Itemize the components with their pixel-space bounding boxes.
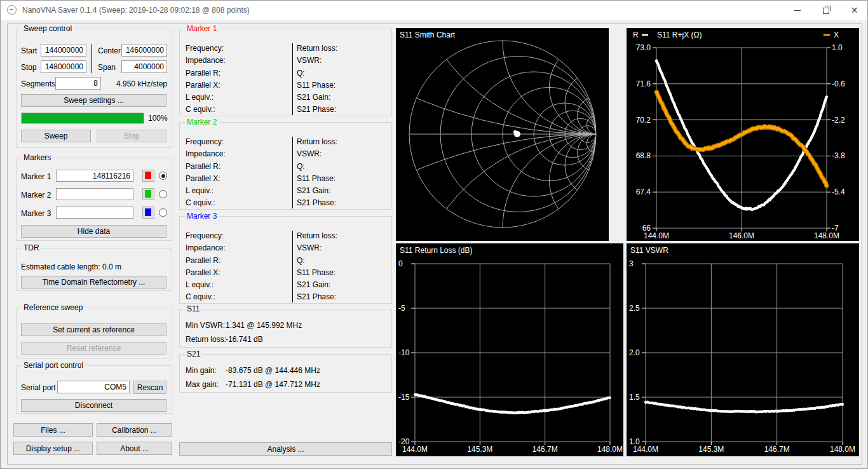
- marker-3-l-equiv-label: L equiv.:: [186, 279, 226, 291]
- markers-title: Markers: [22, 153, 53, 162]
- sweep-button[interactable]: Sweep: [21, 130, 91, 142]
- tdr-group: TDR Estimated cable length: 0.0 m Time D…: [16, 248, 172, 291]
- app-icon: [7, 5, 17, 15]
- smith-chart[interactable]: S11 Smith Chart: [396, 28, 609, 241]
- marker-3-left-fields: Frequency:Impedance:Parallel R:Parallel …: [186, 230, 226, 304]
- marker-data-column: Marker 1Frequency:Impedance:Parallel R:P…: [179, 1, 392, 469]
- application-window: NanoVNA Saver 0.1.4 (Sweep: 2019-10-28 0…: [1, 1, 868, 469]
- svg-text:70.2: 70.2: [636, 116, 651, 125]
- marker-2-select-radio[interactable]: [159, 190, 167, 198]
- marker-3-select-radio[interactable]: [159, 208, 167, 217]
- set-reference-button[interactable]: Set current as reference: [21, 323, 166, 336]
- cable-length-value: 0.0 m: [102, 262, 121, 271]
- s21-min-gain-row: Min gain:-83.675 dB @ 144.446 MHz: [186, 366, 320, 375]
- start-field[interactable]: [41, 44, 86, 57]
- marker-2-l-equiv-label: L equiv.:: [186, 185, 226, 197]
- svg-text:1.0: 1.0: [832, 43, 843, 52]
- span-label: Span: [98, 63, 116, 72]
- calibration-button[interactable]: Calibration ...: [97, 423, 172, 437]
- svg-text:1.5: 1.5: [629, 393, 640, 402]
- s21-max-gain-value: -71.131 dB @ 147.712 MHz: [226, 380, 320, 389]
- s21-max-gain-row: Max gain:-71.131 dB @ 147.712 MHz: [186, 380, 320, 389]
- marker-3-color-button[interactable]: [142, 207, 154, 219]
- svg-text:-3.8: -3.8: [832, 151, 845, 160]
- span-field[interactable]: [121, 60, 167, 73]
- display-setup-button[interactable]: Display setup ...: [13, 442, 93, 455]
- serial-port-field[interactable]: [57, 381, 130, 393]
- rjx-chart[interactable]: 73.071.670.268.867.4661.0-0.6-2.2-3.8-5.…: [627, 28, 859, 241]
- svg-text:-5.4: -5.4: [832, 187, 845, 196]
- sweep-control-title: Sweep control: [22, 24, 74, 33]
- marker-1-select-radio[interactable]: [159, 172, 167, 180]
- svg-text:-10: -10: [398, 348, 410, 357]
- marker-1-c-equiv-label: C equiv.:: [186, 104, 226, 116]
- stop-field[interactable]: [41, 60, 86, 73]
- marker-2-data-group: Marker 2Frequency:Impedance:Parallel R:P…: [179, 122, 392, 210]
- minimize-icon: [794, 10, 801, 11]
- marker-2-frequency-field[interactable]: [56, 188, 133, 200]
- marker-1-impedance-label: Impedance:: [186, 55, 226, 67]
- marker-2-color-button[interactable]: [142, 188, 154, 200]
- marker-1-data-title: Marker 1: [185, 24, 219, 33]
- about-button[interactable]: About ...: [97, 442, 172, 455]
- marker-3-data-group: Marker 3Frequency:Impedance:Parallel R:P…: [179, 216, 392, 304]
- progress-percent-label: 100%: [148, 114, 168, 123]
- returnloss-canvas[interactable]: 0-5-10-15-20144.0M145.3M146.7M148.0MS11 …: [396, 243, 623, 456]
- serial-port-group: Serial port control Serial port Rescan D…: [16, 365, 172, 414]
- marker-1-data-group: Marker 1Frequency:Impedance:Parallel R:P…: [179, 29, 392, 116]
- disconnect-button[interactable]: Disconnect: [21, 399, 166, 412]
- markers-group: Markers Marker 1Marker 2Marker 3 Hide da…: [16, 158, 172, 241]
- rjx-canvas[interactable]: 73.071.670.268.867.4661.0-0.6-2.2-3.8-5.…: [627, 28, 859, 241]
- rescan-button[interactable]: Rescan: [133, 381, 166, 394]
- svg-text:S11 VSWR: S11 VSWR: [630, 246, 668, 255]
- sweep-settings-button[interactable]: Sweep settings ...: [21, 94, 166, 107]
- minimize-button[interactable]: [783, 1, 811, 20]
- marker-3-frequency-label: Frequency:: [186, 230, 226, 242]
- marker-1-color-button[interactable]: [142, 170, 154, 182]
- s11-stats-group: S11 Min VSWR:1.341 @ 145.992 MHzReturn l…: [179, 309, 392, 348]
- s11-min-vswr-value: 1.341 @ 145.992 MHz: [226, 321, 302, 330]
- vswr-chart[interactable]: 32.52.01.51.0144.0M145.3M146.7M148.0MS11…: [627, 243, 859, 456]
- marker-3-q-label: Q:: [297, 255, 337, 267]
- marker-1-q-label: Q:: [297, 67, 337, 79]
- marker-2-fields-divider: [292, 137, 293, 208]
- svg-text:144.0M: 144.0M: [644, 231, 669, 240]
- hide-data-button[interactable]: Hide data: [21, 225, 166, 238]
- s11-return-loss-row: Return loss:-16.741 dB: [186, 335, 263, 344]
- marker-3-parallel-x-label: Parallel X:: [186, 267, 226, 279]
- marker-1-fields-divider: [292, 43, 293, 115]
- svg-text:146.7M: 146.7M: [764, 445, 790, 454]
- marker-2-data-title: Marker 2: [185, 118, 219, 126]
- svg-text:S11 Return Loss (dB): S11 Return Loss (dB): [400, 246, 473, 255]
- reset-reference-button[interactable]: Reset reference: [21, 342, 166, 355]
- marker-2-label: Marker 2: [21, 191, 51, 200]
- smith-chart-canvas[interactable]: S11 Smith Chart: [396, 28, 609, 241]
- stop-button[interactable]: Stop: [97, 130, 166, 142]
- files-button[interactable]: Files ...: [13, 423, 93, 437]
- analysis-button[interactable]: Analysis ...: [179, 442, 392, 456]
- s21-stats-title: S21: [185, 350, 202, 358]
- svg-text:3: 3: [629, 259, 634, 268]
- marker-3-frequency-field[interactable]: [56, 207, 133, 219]
- center-field[interactable]: [121, 44, 167, 57]
- restore-button[interactable]: [811, 1, 840, 20]
- close-button[interactable]: ✕: [840, 1, 868, 20]
- sweep-progress-fill: [22, 113, 144, 123]
- sweep-columns-divider: [92, 44, 92, 73]
- svg-text:68.8: 68.8: [636, 151, 651, 160]
- segments-field[interactable]: [55, 77, 101, 90]
- returnloss-chart[interactable]: 0-5-10-15-20144.0M145.3M146.7M148.0MS11 …: [396, 243, 623, 456]
- marker-2-s21-phase-label: S21 Phase:: [297, 197, 337, 209]
- svg-text:S11 Smith Chart: S11 Smith Chart: [400, 31, 456, 39]
- svg-text:R: R: [633, 31, 639, 39]
- marker-2-left-fields: Frequency:Impedance:Parallel R:Parallel …: [186, 136, 226, 210]
- marker-3-s21-phase-label: S21 Phase:: [297, 291, 337, 303]
- serial-port-label: Serial port: [21, 383, 56, 392]
- s21-min-gain-value: -83.675 dB @ 144.446 MHz: [226, 366, 320, 375]
- marker-3-s21-gain-label: S21 Gain:: [297, 279, 337, 291]
- title-bar[interactable]: NanoVNA Saver 0.1.4 (Sweep: 2019-10-28 0…: [1, 1, 868, 20]
- tdr-button[interactable]: Time Domain Reflectometry ...: [21, 276, 166, 289]
- marker-1-frequency-field[interactable]: [56, 170, 133, 182]
- vswr-canvas[interactable]: 32.52.01.51.0144.0M145.3M146.7M148.0MS11…: [627, 243, 859, 456]
- svg-text:71.6: 71.6: [636, 79, 651, 88]
